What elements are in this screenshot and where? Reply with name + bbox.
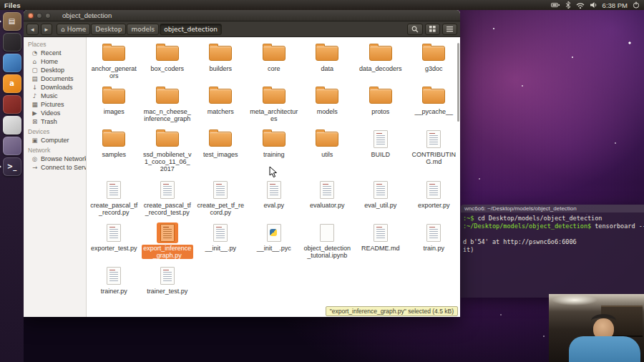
minimize-button[interactable] [36, 13, 42, 19]
sidebar-item-desktop[interactable]: ▢Desktop [24, 66, 86, 74]
search-button[interactable] [407, 24, 423, 35]
file-item[interactable]: object_detection_tutorial.ipynb [301, 220, 354, 263]
close-button[interactable] [28, 13, 34, 19]
sidebar-item-documents[interactable]: ▤Documents [24, 74, 86, 83]
scrollbar[interactable] [457, 43, 459, 122]
battery-icon[interactable] [551, 2, 560, 8]
file-item[interactable]: train.py [407, 220, 460, 263]
file-item[interactable]: g3doc [407, 41, 460, 84]
status-tooltip: "export_inference_graph.py" selected (4.… [326, 306, 458, 316]
breadcrumb-desktop[interactable]: Desktop [91, 24, 126, 35]
file-label: training [262, 151, 286, 158]
file-item[interactable]: data [301, 41, 354, 84]
sidebar-item-connect-to-server[interactable]: →Connect to Server [24, 163, 86, 172]
list-view-button[interactable] [442, 24, 457, 35]
session-power-icon[interactable] [633, 1, 640, 9]
sidebar-item-videos[interactable]: ▶Videos [24, 109, 86, 117]
text-file-icon [370, 129, 391, 150]
forward-button[interactable]: ▸ [41, 24, 53, 35]
file-item[interactable]: README.md [354, 220, 408, 263]
file-item[interactable]: evaluator.py [301, 177, 354, 220]
file-item[interactable]: builders [194, 41, 248, 84]
file-item[interactable]: eval_util.py [354, 177, 408, 220]
clock[interactable]: 6:38 PM [602, 1, 628, 9]
file-label: mac_n_cheese_inference_graph [142, 108, 193, 122]
app-menu-title[interactable]: Files [4, 1, 21, 9]
file-item[interactable]: exporter.py [407, 177, 460, 220]
text-file-icon [263, 180, 285, 200]
folder-icon [152, 129, 182, 150]
sidebar-item-downloads[interactable]: ↓Downloads [24, 83, 86, 92]
file-item[interactable]: trainer.py [87, 263, 141, 299]
file-item[interactable]: samples [87, 127, 141, 177]
back-button[interactable]: ◂ [26, 24, 39, 35]
terminal-icon[interactable]: >_ [3, 157, 21, 176]
sidebar-item-home[interactable]: ⌂Home [24, 57, 86, 66]
sidebar-item-label: Music [41, 92, 58, 99]
sidebar-item-computer[interactable]: ▣Computer [24, 136, 86, 145]
breadcrumb-models[interactable]: models [127, 24, 159, 35]
bluetooth-icon[interactable] [565, 1, 571, 9]
file-item[interactable]: CONTRIBUTING.md [407, 127, 460, 177]
music-icon: ♪ [31, 92, 38, 99]
sidebar-item-recent[interactable]: ◔Recent [24, 49, 86, 57]
file-item[interactable]: meta_architectures [248, 84, 301, 127]
file-item[interactable]: create_pascal_tf_record.py [87, 177, 141, 220]
wifi-icon[interactable] [576, 1, 585, 9]
file-item[interactable]: core [248, 41, 301, 84]
sidebar-item-browse-network[interactable]: ◎Browse Network [24, 155, 86, 163]
folder-icon [312, 86, 342, 107]
folder-icon [205, 129, 235, 150]
file-label: CONTRIBUTING.md [408, 151, 459, 165]
file-item[interactable]: exporter_test.py [87, 220, 141, 263]
window-content: Places◔Recent⌂Home▢Desktop▤Documents↓Dow… [24, 37, 460, 317]
sidebar-item-label: Connect to Server [41, 164, 86, 171]
file-item[interactable]: anchor_generators [87, 41, 141, 84]
firefox-icon[interactable] [3, 54, 21, 72]
breadcrumb-object_detection[interactable]: object_detection [160, 24, 222, 35]
file-item[interactable]: mac_n_cheese_inference_graph [141, 84, 195, 127]
sidebar-item-music[interactable]: ♪Music [24, 92, 86, 100]
launcher-dock: ▤a>_ [0, 10, 24, 362]
volume-icon[interactable] [590, 1, 597, 9]
terminal-window: wnc6o6: ~/Desktop/models/object_detectio… [461, 205, 644, 298]
file-item[interactable]: trainer_test.py [141, 263, 195, 299]
file-label: evaluator.py [308, 202, 346, 209]
file-item[interactable]: ssd_mobilenet_v1_coco_11_06_2017 [141, 127, 195, 177]
terminal-line: it) [463, 246, 642, 254]
file-item[interactable]: BUILD [354, 127, 408, 177]
file-item[interactable]: create_pet_tf_record.py [194, 177, 248, 220]
file-item[interactable]: box_coders [141, 41, 195, 84]
file-item[interactable]: images [87, 84, 141, 127]
text-file-icon [423, 222, 444, 243]
terminal-prompt: :~$ [463, 215, 474, 222]
amazon-icon[interactable]: a [3, 74, 21, 93]
files-icon[interactable]: ▤ [3, 12, 21, 31]
file-item[interactable]: create_pascal_tf_record_test.py [141, 177, 195, 220]
file-item[interactable]: __init__.pyc [248, 220, 301, 263]
text-file-icon [103, 265, 125, 286]
window-titlebar[interactable]: object_detection [24, 10, 460, 21]
sidebar-section-title: Devices [24, 126, 86, 136]
icon-view-button[interactable] [425, 24, 440, 35]
file-item[interactable]: export_inference_graph.py [141, 220, 195, 263]
sidebar-item-pictures[interactable]: ▦Pictures [24, 100, 86, 109]
file-item[interactable]: __init__.py [194, 220, 248, 263]
file-item[interactable]: protos [354, 84, 408, 127]
software-center-icon[interactable] [3, 95, 21, 114]
system-settings-icon[interactable] [3, 137, 21, 155]
maximize-button[interactable] [45, 13, 51, 19]
chrome-icon[interactable] [3, 116, 21, 134]
file-item[interactable]: utils [301, 127, 354, 177]
file-item[interactable]: eval.py [248, 177, 301, 220]
file-item[interactable]: __pycache__ [407, 84, 460, 127]
sidebar-item-trash[interactable]: ⊠Trash [24, 117, 86, 126]
file-item[interactable]: matchers [194, 84, 248, 127]
file-item[interactable]: models [301, 84, 354, 127]
text-file-icon [210, 222, 231, 243]
dash-icon[interactable] [3, 33, 21, 52]
breadcrumb-home[interactable]: ⌂Home [57, 24, 90, 35]
file-item[interactable]: test_images [194, 127, 248, 177]
file-item[interactable]: data_decoders [354, 41, 408, 84]
sidebar-item-label: Desktop [41, 67, 64, 74]
